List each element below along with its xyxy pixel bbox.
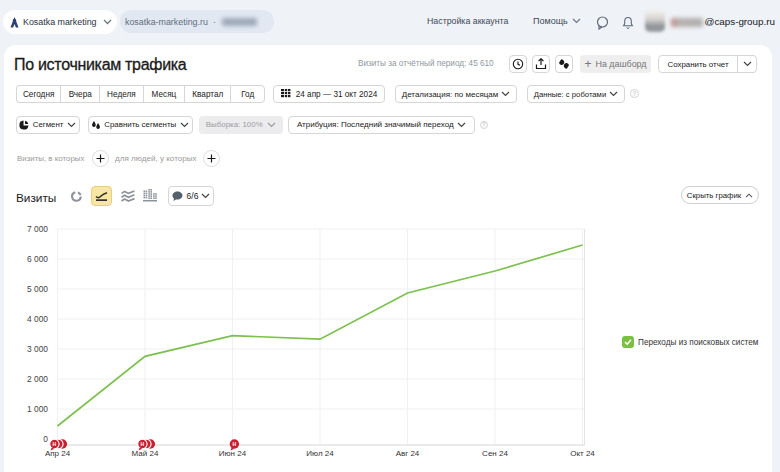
svg-text:Н: Н — [53, 441, 57, 447]
svg-text:Н: Н — [140, 441, 144, 447]
svg-text:Н: Н — [232, 441, 236, 447]
